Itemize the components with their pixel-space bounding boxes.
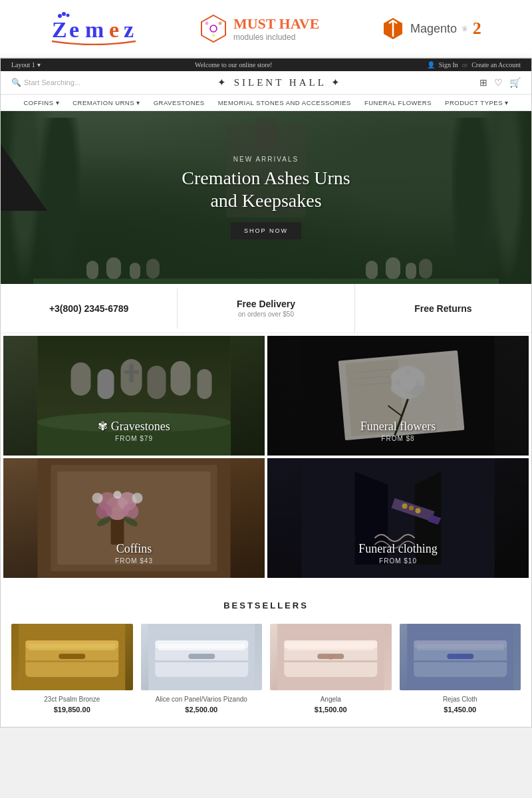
product-name: 23ct Psalm Bronze (11, 696, 133, 703)
bestsellers-section: BESTSELLERS (1, 581, 531, 727)
product-price: $2,500.00 (141, 706, 263, 714)
svg-rect-18 (386, 257, 400, 279)
nav-funeral-flowers[interactable]: FUNERAL FLOWERS (364, 99, 432, 106)
store-nav: COFFINS ▾ CREMATION URNS ▾ GRAVESTONES M… (1, 94, 531, 111)
svg-rect-95 (414, 660, 507, 662)
store-logo[interactable]: ✦ SILENT HALL ✦ (217, 76, 342, 88)
nav-memorial-stones[interactable]: MEMORIAL STONES AND ACCESSORIES (218, 99, 351, 106)
magento-text: Magento (410, 22, 457, 36)
svg-rect-82 (155, 660, 248, 662)
svg-rect-15 (130, 263, 140, 279)
svg-rect-89 (287, 644, 374, 650)
magento-trademark: ® (462, 25, 467, 33)
svg-point-7 (66, 14, 70, 17)
svg-rect-14 (106, 257, 121, 279)
svg-point-5 (58, 14, 62, 18)
hero-content: NEW ARRIVALS Cremation Ashes Urnsand Kee… (182, 156, 350, 239)
phone-number[interactable]: +3(800) 2345-6789 (11, 303, 166, 314)
svg-text:Z: Z (52, 17, 67, 42)
svg-rect-16 (146, 259, 160, 279)
info-delivery: Free Delivery on orders over $50 (178, 284, 354, 332)
product-name: Rejas Cloth (400, 696, 521, 703)
product-card[interactable]: Rejas Cloth $1,450.00 (400, 624, 521, 714)
sign-in-link[interactable]: Sign In (439, 61, 458, 68)
product-price: $19,850.00 (11, 706, 133, 714)
must-have-badge: MUST HAVE modules included (199, 14, 319, 43)
search-container[interactable]: 🔍 Start Searching... (11, 78, 80, 88)
svg-point-10 (205, 22, 208, 25)
product-name: Angela (270, 696, 392, 703)
clothing-label: Funeral clothing FROM $10 (267, 542, 529, 565)
svg-point-11 (218, 22, 221, 25)
product-card[interactable]: Alice con Panel/Varios Pizando $2,500.00 (141, 624, 263, 714)
bestsellers-title: BESTSELLERS (11, 600, 521, 610)
svg-rect-20 (419, 259, 432, 279)
magento-logo: Magento ® 2 (381, 17, 481, 41)
category-funeral-flowers[interactable]: Funeral flowers FROM $8 (267, 336, 529, 456)
info-phone: +3(800) 2345-6789 (1, 289, 178, 329)
store-header: 🔍 Start Searching... ✦ SILENT HALL ✦ ⊞ ♡… (1, 71, 531, 94)
category-coffins[interactable]: Coffins FROM $43 (3, 458, 265, 578)
product-image (400, 624, 521, 690)
product-card[interactable]: Angela $1,500.00 (270, 624, 392, 714)
hexagon-icon (199, 14, 228, 43)
delivery-title: Free Delivery (188, 299, 343, 309)
products-grid: 23ct Psalm Bronze $19,850.00 Alice con P… (11, 624, 521, 714)
cart-icon[interactable]: 🛒 (509, 77, 521, 88)
svg-text:m: m (85, 17, 104, 42)
nav-coffins[interactable]: COFFINS ▾ (23, 99, 59, 106)
category-gravestones[interactable]: ✾ Gravestones FROM $79 (3, 336, 265, 456)
header-icons: ⊞ ♡ 🛒 (479, 77, 521, 88)
svg-rect-81 (188, 654, 215, 659)
search-placeholder-text: Start Searching... (24, 78, 80, 86)
svg-rect-17 (366, 261, 378, 279)
hero-tag: NEW ARRIVALS (182, 156, 350, 163)
welcome-message: Welcome to our online store! (195, 61, 272, 68)
delivery-subtitle: on orders over $50 (188, 311, 343, 318)
shop-now-button[interactable]: SHOP NOW (231, 222, 301, 239)
store-wrapper: Layout 1 ▾ Welcome to our online store! … (0, 58, 532, 728)
wishlist-icon[interactable]: ♡ (494, 77, 503, 88)
svg-text:e: e (109, 17, 119, 42)
returns-title: Free Returns (366, 303, 521, 314)
category-grid: ✾ Gravestones FROM $79 (1, 333, 531, 581)
create-account-link[interactable]: Create an Account (471, 61, 521, 68)
product-card[interactable]: 23ct Psalm Bronze $19,850.00 (11, 624, 133, 714)
store-topbar: Layout 1 ▾ Welcome to our online store! … (1, 59, 531, 71)
must-label: MUST HAVE (233, 15, 319, 33)
modules-label: modules included (233, 33, 319, 42)
svg-text:z: z (124, 17, 134, 42)
svg-rect-75 (59, 654, 85, 659)
layout-selector[interactable]: Layout 1 ▾ (11, 61, 41, 68)
product-image (141, 624, 263, 690)
nav-cremation-urns[interactable]: CREMATION URNS ▾ (72, 99, 140, 106)
compare-icon[interactable]: ⊞ (479, 77, 487, 88)
info-returns: Free Returns (355, 289, 531, 329)
hero-title: Cremation Ashes Urnsand Keepsakes (182, 167, 350, 211)
top-banner: Z e m e z MUST HAVE (0, 0, 532, 58)
svg-rect-76 (25, 660, 118, 662)
gravestones-label: ✾ Gravestones FROM $79 (3, 419, 265, 442)
nav-product-types[interactable]: PRODUCT TYPES ▾ (445, 99, 509, 106)
zemez-logo[interactable]: Z e m e z (51, 12, 137, 45)
auth-links: 👤 Sign In or Create an Account (427, 61, 521, 68)
product-price: $1,500.00 (270, 706, 392, 714)
coffins-label: Coffins FROM $43 (3, 542, 265, 565)
category-clothing[interactable]: Funeral clothing FROM $10 (267, 458, 529, 578)
svg-rect-77 (29, 644, 115, 650)
svg-rect-88 (284, 660, 377, 662)
svg-point-6 (62, 12, 66, 16)
svg-point-90 (328, 654, 333, 660)
product-image (11, 624, 133, 690)
svg-rect-83 (158, 644, 245, 650)
funeral-flowers-label: Funeral flowers FROM $8 (267, 420, 529, 442)
svg-rect-96 (417, 644, 503, 650)
svg-marker-8 (201, 15, 225, 42)
svg-point-9 (210, 25, 217, 32)
svg-rect-94 (447, 654, 473, 659)
nav-gravestones[interactable]: GRAVESTONES (154, 99, 205, 106)
product-price: $1,450.00 (400, 706, 521, 714)
svg-text:e: e (69, 17, 79, 42)
svg-rect-21 (33, 279, 499, 284)
svg-rect-19 (406, 263, 416, 279)
